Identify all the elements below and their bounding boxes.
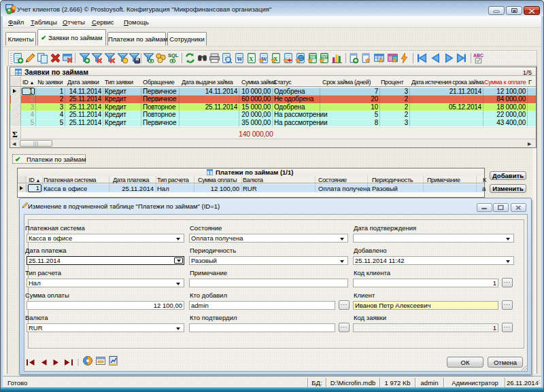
svg-text:ABC: ABC bbox=[473, 53, 483, 58]
svg-text:W: W bbox=[237, 56, 243, 63]
svg-text:SW: SW bbox=[309, 56, 315, 59]
svg-text:X: X bbox=[249, 56, 254, 63]
svg-text:SQL: SQL bbox=[168, 52, 179, 58]
